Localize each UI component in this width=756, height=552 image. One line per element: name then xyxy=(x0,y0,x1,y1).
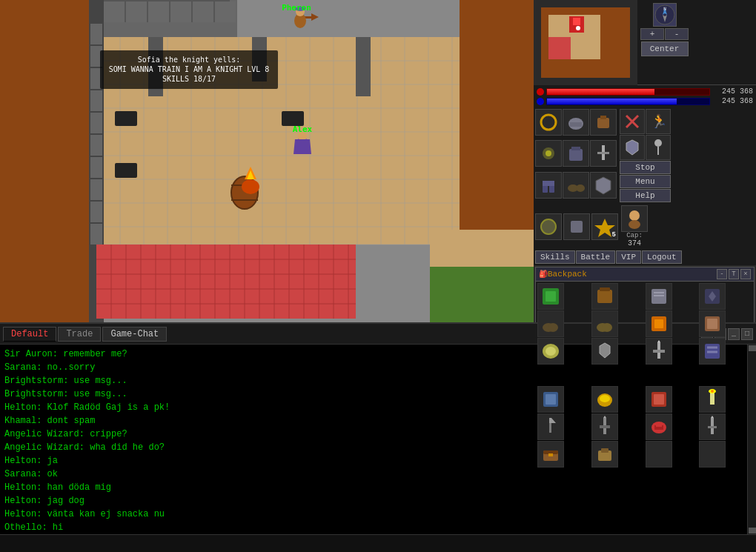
svg-rect-49 xyxy=(356,37,371,96)
svg-marker-129 xyxy=(626,140,638,155)
zoom-out-button[interactable]: - xyxy=(665,28,689,40)
cap-display: Cap: 374 xyxy=(621,205,648,247)
bag-slot-3[interactable] xyxy=(699,283,726,310)
stop-button[interactable]: Stop xyxy=(620,161,671,174)
svg-rect-139 xyxy=(597,290,612,303)
hp-value: 245 368 xyxy=(712,87,753,96)
battle-tab[interactable]: Battle xyxy=(576,250,616,264)
svg-point-81 xyxy=(242,179,259,194)
player-avatar[interactable] xyxy=(621,205,648,232)
svg-rect-117 xyxy=(571,147,580,150)
chest-slot-5[interactable] xyxy=(591,413,618,440)
backpack-title: Backpack xyxy=(548,270,717,279)
bag-slot-6[interactable] xyxy=(646,310,672,337)
svg-rect-187 xyxy=(601,448,609,453)
svg-rect-111 xyxy=(570,122,582,127)
compass-button[interactable]: N xyxy=(653,3,677,27)
chest-slot-2[interactable] xyxy=(646,386,672,413)
scroll-up-arrow[interactable] xyxy=(749,345,756,351)
svg-rect-151 xyxy=(654,319,663,328)
backpack-close[interactable]: × xyxy=(740,269,751,279)
equipment-grid xyxy=(535,109,617,202)
svg-rect-113 xyxy=(600,116,606,119)
chest-slot-8[interactable] xyxy=(537,441,564,468)
follow-icon[interactable] xyxy=(646,135,671,160)
chat-message-11: Helton: jag dog xyxy=(4,494,743,508)
chat-expand-btn[interactable]: □ xyxy=(741,328,753,340)
scroll-down-arrow[interactable] xyxy=(749,528,756,533)
chest-slot-4[interactable] xyxy=(537,413,564,440)
svg-rect-158 xyxy=(653,350,665,353)
run-icon[interactable]: 🏃 xyxy=(646,109,671,134)
chat-tab-game[interactable]: Game-Chat xyxy=(102,327,167,342)
backpack-slot[interactable] xyxy=(590,109,617,136)
svg-point-132 xyxy=(541,219,556,234)
bag-slot-0[interactable] xyxy=(537,283,564,310)
svg-rect-133 xyxy=(571,221,583,233)
zoom-in-button[interactable]: + xyxy=(640,28,664,40)
vip-tab[interactable]: VIP xyxy=(616,250,641,264)
chest-slot-0[interactable] xyxy=(537,386,564,413)
chat-tab-default[interactable]: Default xyxy=(3,327,56,342)
chat-scrollbar[interactable] xyxy=(747,345,756,534)
backpack-options[interactable]: T xyxy=(729,269,739,279)
chat-tab-trade[interactable]: Trade xyxy=(58,327,101,342)
backpack-minimize[interactable]: - xyxy=(717,269,727,279)
svg-rect-45 xyxy=(90,202,102,222)
svg-rect-35 xyxy=(193,1,213,22)
chat-message-8: Helton: ja xyxy=(4,454,743,468)
svg-rect-51 xyxy=(115,163,137,178)
svg-marker-173 xyxy=(549,418,556,423)
svg-point-104 xyxy=(576,26,580,30)
bag-slot-2[interactable] xyxy=(646,283,672,310)
bag-slot-8[interactable] xyxy=(537,338,564,365)
extra-slot-1[interactable] xyxy=(535,213,562,240)
svg-rect-138 xyxy=(546,291,556,302)
extra-slot-2[interactable] xyxy=(563,213,590,240)
chat-message-10: Helton: han döda mig xyxy=(4,481,743,494)
bag-slot-4[interactable] xyxy=(537,310,564,337)
bag-slot-9[interactable] xyxy=(591,338,618,365)
armor-slot[interactable] xyxy=(563,140,589,167)
chest-slot-10[interactable] xyxy=(646,441,672,468)
chest-slot-11[interactable] xyxy=(699,441,726,468)
center-button[interactable]: Center xyxy=(641,41,689,56)
svg-rect-116 xyxy=(569,149,583,161)
ammo-slot[interactable]: 5 xyxy=(591,213,618,240)
hp-bar xyxy=(547,89,654,95)
chat-message-13: Othello: hi xyxy=(4,521,743,534)
ring-slot[interactable] xyxy=(535,109,562,136)
chest-slot-9[interactable] xyxy=(591,441,618,468)
amulet-slot[interactable] xyxy=(535,140,562,167)
minimap-section: N + - Center xyxy=(534,0,756,85)
help-button[interactable]: Help xyxy=(620,189,671,202)
svg-text:Sofia the knight yells:: Sofia the knight yells: xyxy=(138,56,240,64)
boots-slot[interactable] xyxy=(563,172,589,199)
bag-slot-10[interactable] xyxy=(646,338,672,365)
chest-slot-6[interactable] xyxy=(646,413,672,440)
chat-messages: Sir Auron: remember me? Sarana: no..sorr… xyxy=(0,345,747,534)
logout-tab[interactable]: Logout xyxy=(642,250,682,264)
chest-slot-7[interactable] xyxy=(699,413,726,440)
chat-area: Default Trade Game-Chat × M _ □ Sir Auro… xyxy=(0,322,756,552)
bag-slot-1[interactable] xyxy=(591,283,618,310)
bag-slot-7[interactable] xyxy=(699,310,726,337)
svg-rect-44 xyxy=(90,179,102,200)
shield-slot[interactable] xyxy=(590,172,617,199)
menu-button[interactable]: Menu xyxy=(620,175,671,188)
svg-marker-125 xyxy=(596,177,611,194)
chest-slot-3[interactable] xyxy=(699,386,726,413)
combat-icon[interactable] xyxy=(620,109,645,134)
chat-minimize-btn[interactable]: _ xyxy=(728,328,740,340)
helmet-slot[interactable] xyxy=(563,109,589,136)
chat-input[interactable] xyxy=(3,539,753,549)
shield-icon[interactable] xyxy=(620,135,645,160)
chest-slot-1[interactable] xyxy=(591,386,618,413)
svg-text:SKILLS 18/17: SKILLS 18/17 xyxy=(162,75,216,83)
weapon-slot[interactable] xyxy=(590,140,617,167)
bag-slot-11[interactable] xyxy=(699,338,726,365)
skills-tab[interactable]: Skills xyxy=(535,250,575,264)
bag-slot-5[interactable] xyxy=(591,310,618,337)
legs-slot[interactable] xyxy=(535,172,562,199)
minimap[interactable] xyxy=(534,0,637,85)
